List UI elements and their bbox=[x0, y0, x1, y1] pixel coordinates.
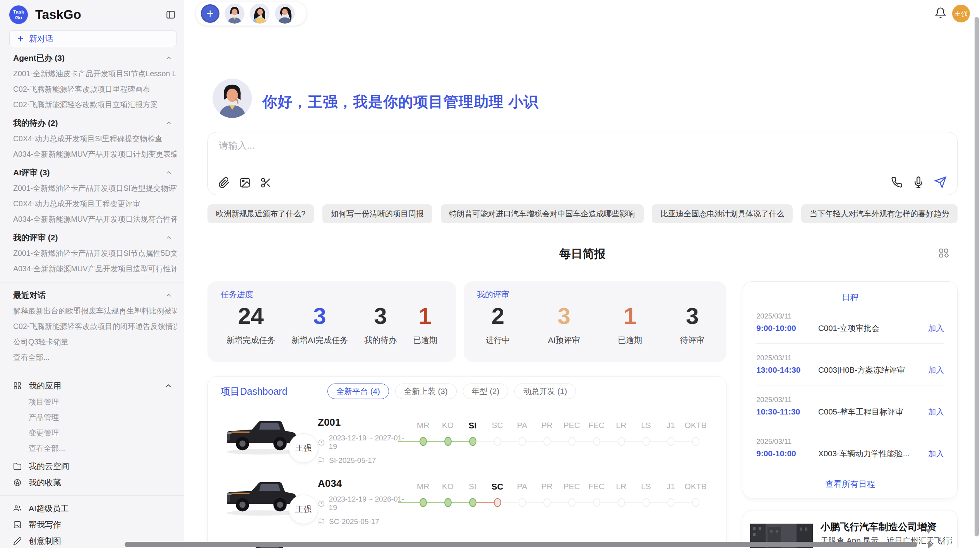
chevron-up-icon bbox=[165, 169, 173, 176]
add-agent-button[interactable] bbox=[201, 4, 219, 23]
sidebar-item-product-mgmt[interactable]: 产品管理 bbox=[9, 409, 176, 425]
sidebar-item[interactable]: C0X4-动力总成开发项目SI里程碑提交物检查 bbox=[9, 131, 176, 146]
sidebar: Task Go TaskGo 新对话 Agent已办 (3) Z001-全新燃油… bbox=[0, 0, 184, 548]
sidebar-item-recent[interactable]: C02-飞腾新能源轻客改款项目的闭环通告反馈情况 bbox=[9, 319, 176, 334]
plus-icon bbox=[17, 35, 24, 43]
send-icon[interactable] bbox=[934, 176, 947, 188]
join-link[interactable]: 加入 bbox=[928, 323, 944, 334]
sidebar-item-recent[interactable]: 解释最新出台的欧盟报废车法规再生塑料比例被调至15%... bbox=[9, 303, 176, 319]
sidebar-item[interactable]: Z001-全新燃油轻卡产品开发项目SI节点属性5D文件评审 bbox=[9, 245, 176, 261]
sidebar-section-agent-done[interactable]: Agent已办 (3) bbox=[9, 50, 176, 66]
grid-icon[interactable] bbox=[938, 248, 949, 259]
milestone-pec: PEC bbox=[559, 482, 584, 507]
bell-icon[interactable] bbox=[935, 7, 946, 19]
taskgo-logo: Task Go bbox=[9, 5, 28, 24]
milestone-dot bbox=[519, 498, 526, 507]
suggestion-chip[interactable]: 特朗普可能对进口汽车增税会对中国车企造成哪些影响 bbox=[441, 204, 644, 223]
milestone-dot bbox=[420, 498, 427, 507]
agent-avatar-1[interactable] bbox=[224, 3, 245, 24]
project-code: A034 bbox=[318, 478, 411, 490]
agent-avatar-3[interactable] bbox=[275, 3, 295, 24]
milestone-pr: PR bbox=[535, 482, 559, 507]
logo-line-1: Task bbox=[13, 9, 24, 15]
sidebar-item[interactable]: C02-飞腾新能源轻客改款项目里程碑画布 bbox=[9, 81, 176, 97]
sidebar-item[interactable]: Z001-全新燃油皮卡产品开发项目SI节点Lesson Learn报告 bbox=[9, 66, 176, 81]
sidebar-item-my-apps[interactable]: 我的应用 bbox=[9, 378, 176, 394]
chevron-up-icon bbox=[164, 382, 173, 390]
scroll-right-icon[interactable] bbox=[928, 541, 933, 548]
milestone-dot bbox=[692, 498, 699, 507]
project-row-a034[interactable]: 王强 A034 2023-12-19 ~ 2026-01-19 SC-2025-… bbox=[222, 473, 708, 526]
filter-new-platform[interactable]: 全新平台 (4) bbox=[327, 384, 389, 399]
filter-model-year[interactable]: 年型 (2) bbox=[463, 384, 509, 399]
sidebar-item[interactable]: A034-全新新能源MUV产品开发项目造型可行性评审 bbox=[9, 261, 176, 276]
mic-icon[interactable] bbox=[913, 176, 924, 188]
project-date-range: 2023-12-19 ~ 2026-01-19 bbox=[329, 495, 411, 512]
agent-avatar-2[interactable] bbox=[250, 3, 270, 24]
stat-value: 3 bbox=[548, 303, 580, 329]
milestone-dot bbox=[618, 437, 625, 446]
schedule-event-title: X003-车辆动力学性能验... bbox=[818, 448, 928, 459]
milestone-dot bbox=[420, 437, 427, 446]
clock-icon bbox=[318, 439, 325, 446]
sidebar-item-view-all-apps[interactable]: 查看全部... bbox=[9, 440, 176, 456]
suggestion-chip[interactable]: 比亚迪全固态电池计划具体说了什么 bbox=[652, 204, 793, 223]
project-next-milestone: SI-2025-05-17 bbox=[329, 456, 376, 465]
filter-new-body[interactable]: 全新上装 (3) bbox=[395, 384, 457, 399]
sidebar-item[interactable]: C02-飞腾新能源轻客改款项目立项汇报方案 bbox=[9, 97, 176, 112]
sidebar-item-view-all-chats[interactable]: 查看全部... bbox=[9, 349, 176, 365]
sidebar-item-recent[interactable]: 公司Q3轻卡销量 bbox=[9, 334, 176, 349]
card-title: 任务进度 bbox=[221, 289, 253, 300]
view-all-schedule-link[interactable]: 查看所有日程 bbox=[756, 478, 944, 490]
join-link[interactable]: 加入 bbox=[928, 448, 944, 459]
sidebar-section-ai-review[interactable]: AI评审 (3) bbox=[9, 165, 176, 180]
project-owner-badge: 王强 bbox=[289, 495, 318, 524]
chevron-up-icon bbox=[165, 119, 173, 127]
paperclip-icon[interactable] bbox=[218, 177, 230, 188]
vertical-scrollbar[interactable] bbox=[975, 17, 979, 536]
sidebar-item[interactable]: C0X4-动力总成开发项目工程变更评审 bbox=[9, 196, 176, 211]
sidebar-section-recent-chats[interactable]: 最近对话 bbox=[9, 288, 176, 303]
project-row-z001[interactable]: 王强 Z001 2023-12-19 ~ 2027-01-19 SI-2025-… bbox=[222, 412, 708, 465]
join-link[interactable]: 加入 bbox=[928, 365, 944, 375]
divider bbox=[0, 283, 184, 283]
join-link[interactable]: 加入 bbox=[928, 406, 944, 417]
sidebar-section-my-review[interactable]: 我的评审 (2) bbox=[9, 230, 176, 245]
sidebar-item-change-mgmt[interactable]: 变更管理 bbox=[9, 425, 176, 440]
stat-value: 24 bbox=[226, 303, 275, 329]
sidebar-item-help-me-write[interactable]: 帮我写作 bbox=[9, 517, 176, 533]
sidebar-item[interactable]: A034-全新新能源MUV产品开发项目法规符合性评审 bbox=[9, 211, 176, 227]
stat-value: 1 bbox=[413, 303, 437, 329]
sidebar-item-ai-super-staff[interactable]: AI超级员工 bbox=[9, 500, 176, 517]
new-chat-button[interactable]: 新对话 bbox=[9, 30, 176, 47]
stat-label: 新增AI完成任务 bbox=[291, 335, 348, 346]
sidebar-item-my-favorites[interactable]: 我的收藏 bbox=[9, 474, 176, 491]
scissors-icon[interactable] bbox=[260, 177, 272, 188]
sidebar-item[interactable]: A034-全新新能源MUV产品开发项目计划变更表编写 bbox=[9, 146, 176, 162]
user-avatar[interactable]: 王强 bbox=[952, 5, 970, 22]
suggestion-chip[interactable]: 当下年轻人对汽车外观有怎样的喜好趋势 bbox=[801, 204, 958, 223]
milestone-dot bbox=[543, 498, 551, 507]
phone-icon[interactable] bbox=[891, 176, 903, 188]
chevron-up-icon bbox=[165, 54, 173, 62]
chat-input[interactable] bbox=[218, 139, 947, 164]
clock-icon bbox=[318, 500, 325, 507]
milestone-pa: PA bbox=[510, 482, 535, 507]
sidebar-item[interactable]: Z001-全新燃油轻卡产品开发项目SI造型提交物评审 bbox=[9, 180, 176, 196]
sidebar-item-project-mgmt[interactable]: 项目管理 bbox=[9, 394, 176, 409]
milestone-oktb: OKTB bbox=[683, 421, 708, 446]
horizontal-scrollbar[interactable] bbox=[125, 542, 917, 547]
filter-powertrain[interactable]: 动总开发 (1) bbox=[514, 384, 576, 399]
scroll-down-icon[interactable] bbox=[925, 529, 932, 534]
milestone-ko: KO bbox=[435, 421, 460, 446]
milestone-oktb: OKTB bbox=[683, 482, 708, 507]
image-icon[interactable] bbox=[239, 177, 251, 188]
suggestion-chip[interactable]: 欧洲新规最近颁布了什么? bbox=[207, 204, 314, 223]
sidebar-section-my-todo[interactable]: 我的待办 (2) bbox=[9, 115, 176, 131]
logo-line-2: Go bbox=[15, 15, 22, 21]
sidebar-item-label: 我的收藏 bbox=[29, 477, 61, 488]
panel-toggle-icon[interactable] bbox=[166, 10, 176, 20]
agent-switcher bbox=[196, 2, 307, 26]
sidebar-item-my-cloud[interactable]: 我的云空间 bbox=[9, 458, 176, 474]
suggestion-chip[interactable]: 如何写一份清晰的项目周报 bbox=[322, 204, 432, 223]
